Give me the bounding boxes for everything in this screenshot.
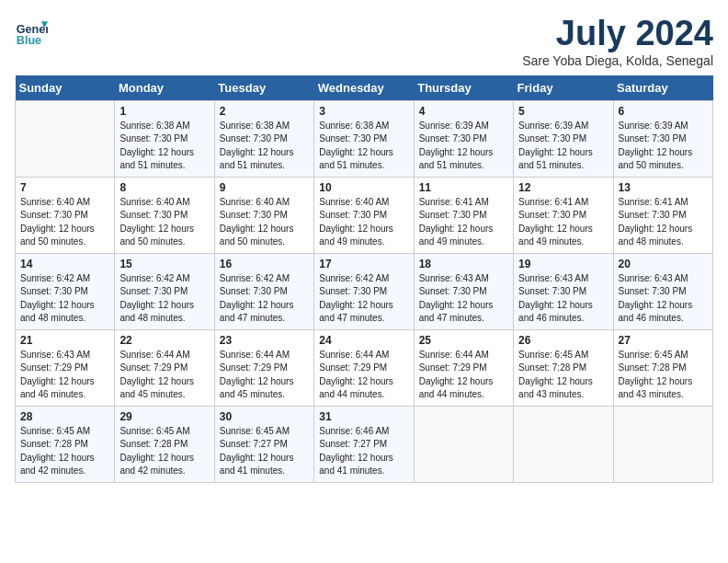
svg-text:Blue: Blue bbox=[17, 34, 41, 47]
day-number: 1 bbox=[119, 105, 209, 118]
day-number: 16 bbox=[220, 258, 309, 270]
day-info: Sunrise: 6:45 AMSunset: 7:28 PMDaylight:… bbox=[20, 425, 109, 478]
calendar-week-5: 28Sunrise: 6:45 AMSunset: 7:28 PMDayligh… bbox=[16, 406, 713, 482]
column-header-saturday: Saturday bbox=[613, 75, 712, 101]
day-number: 23 bbox=[220, 334, 309, 347]
day-info: Sunrise: 6:38 AMSunset: 7:30 PMDaylight:… bbox=[119, 120, 209, 173]
day-info: Sunrise: 6:45 AMSunset: 7:28 PMDaylight:… bbox=[518, 349, 608, 402]
calendar-table: SundayMondayTuesdayWednesdayThursdayFrid… bbox=[15, 75, 713, 483]
day-number: 9 bbox=[220, 181, 309, 194]
day-info: Sunrise: 6:43 AMSunset: 7:30 PMDaylight:… bbox=[619, 272, 708, 326]
day-info: Sunrise: 6:42 AMSunset: 7:30 PMDaylight:… bbox=[119, 272, 209, 326]
calendar-cell: 3Sunrise: 6:38 AMSunset: 7:30 PMDaylight… bbox=[314, 100, 414, 177]
day-number: 18 bbox=[419, 258, 508, 270]
day-info: Sunrise: 6:40 AMSunset: 7:30 PMDaylight:… bbox=[220, 196, 309, 249]
day-info: Sunrise: 6:45 AMSunset: 7:28 PMDaylight:… bbox=[119, 425, 209, 478]
column-header-sunday: Sunday bbox=[16, 75, 115, 101]
calendar-cell: 8Sunrise: 6:40 AMSunset: 7:30 PMDaylight… bbox=[115, 177, 214, 253]
calendar-cell bbox=[613, 406, 712, 482]
day-info: Sunrise: 6:39 AMSunset: 7:30 PMDaylight:… bbox=[619, 120, 708, 173]
calendar-cell: 15Sunrise: 6:42 AMSunset: 7:30 PMDayligh… bbox=[115, 253, 214, 329]
calendar-week-4: 21Sunrise: 6:43 AMSunset: 7:29 PMDayligh… bbox=[16, 329, 713, 406]
day-number: 7 bbox=[20, 181, 109, 194]
day-number: 26 bbox=[518, 334, 608, 347]
day-info: Sunrise: 6:40 AMSunset: 7:30 PMDaylight:… bbox=[319, 196, 408, 249]
day-number: 25 bbox=[419, 334, 508, 347]
day-number: 29 bbox=[119, 410, 209, 423]
day-info: Sunrise: 6:44 AMSunset: 7:29 PMDaylight:… bbox=[220, 349, 309, 402]
calendar-cell: 23Sunrise: 6:44 AMSunset: 7:29 PMDayligh… bbox=[214, 329, 313, 406]
day-info: Sunrise: 6:41 AMSunset: 7:30 PMDaylight:… bbox=[518, 196, 608, 249]
day-number: 6 bbox=[619, 105, 708, 118]
calendar-week-3: 14Sunrise: 6:42 AMSunset: 7:30 PMDayligh… bbox=[16, 253, 713, 329]
day-info: Sunrise: 6:40 AMSunset: 7:30 PMDaylight:… bbox=[20, 196, 109, 249]
day-number: 11 bbox=[419, 181, 508, 194]
day-number: 13 bbox=[619, 181, 708, 194]
calendar-cell: 5Sunrise: 6:39 AMSunset: 7:30 PMDaylight… bbox=[514, 100, 613, 177]
day-number: 28 bbox=[20, 410, 109, 423]
calendar-cell: 24Sunrise: 6:44 AMSunset: 7:29 PMDayligh… bbox=[314, 329, 414, 406]
day-number: 14 bbox=[20, 258, 109, 270]
day-number: 15 bbox=[119, 258, 209, 270]
calendar-cell: 29Sunrise: 6:45 AMSunset: 7:28 PMDayligh… bbox=[115, 406, 214, 482]
calendar-cell: 26Sunrise: 6:45 AMSunset: 7:28 PMDayligh… bbox=[514, 329, 613, 406]
calendar-cell: 4Sunrise: 6:39 AMSunset: 7:30 PMDaylight… bbox=[414, 100, 513, 177]
calendar-cell bbox=[16, 100, 115, 177]
day-info: Sunrise: 6:42 AMSunset: 7:30 PMDaylight:… bbox=[319, 272, 408, 326]
calendar-cell: 13Sunrise: 6:41 AMSunset: 7:30 PMDayligh… bbox=[613, 177, 712, 253]
calendar-cell bbox=[414, 406, 513, 482]
day-info: Sunrise: 6:43 AMSunset: 7:30 PMDaylight:… bbox=[419, 272, 508, 326]
column-header-friday: Friday bbox=[514, 75, 613, 101]
day-number: 8 bbox=[119, 181, 209, 194]
day-info: Sunrise: 6:40 AMSunset: 7:30 PMDaylight:… bbox=[119, 196, 209, 249]
day-info: Sunrise: 6:39 AMSunset: 7:30 PMDaylight:… bbox=[518, 120, 608, 173]
day-number: 2 bbox=[220, 105, 309, 118]
day-info: Sunrise: 6:45 AMSunset: 7:28 PMDaylight:… bbox=[619, 349, 708, 402]
calendar-cell: 21Sunrise: 6:43 AMSunset: 7:29 PMDayligh… bbox=[16, 329, 115, 406]
day-info: Sunrise: 6:38 AMSunset: 7:30 PMDaylight:… bbox=[319, 120, 408, 173]
day-number: 20 bbox=[619, 258, 708, 270]
calendar-cell: 31Sunrise: 6:46 AMSunset: 7:27 PMDayligh… bbox=[314, 406, 414, 482]
day-info: Sunrise: 6:44 AMSunset: 7:29 PMDaylight:… bbox=[419, 349, 508, 402]
calendar-cell: 27Sunrise: 6:45 AMSunset: 7:28 PMDayligh… bbox=[613, 329, 712, 406]
day-number: 22 bbox=[119, 334, 209, 347]
calendar-cell: 6Sunrise: 6:39 AMSunset: 7:30 PMDaylight… bbox=[613, 100, 712, 177]
day-info: Sunrise: 6:42 AMSunset: 7:30 PMDaylight:… bbox=[20, 272, 109, 326]
day-number: 10 bbox=[319, 181, 408, 194]
location: Sare Yoba Diega, Kolda, Senegal bbox=[522, 53, 713, 68]
calendar-header: SundayMondayTuesdayWednesdayThursdayFrid… bbox=[16, 75, 713, 101]
column-header-thursday: Thursday bbox=[414, 75, 513, 101]
calendar-cell: 17Sunrise: 6:42 AMSunset: 7:30 PMDayligh… bbox=[314, 253, 414, 329]
calendar-cell: 18Sunrise: 6:43 AMSunset: 7:30 PMDayligh… bbox=[414, 253, 513, 329]
day-info: Sunrise: 6:41 AMSunset: 7:30 PMDaylight:… bbox=[619, 196, 708, 249]
day-info: Sunrise: 6:38 AMSunset: 7:30 PMDaylight:… bbox=[220, 120, 309, 173]
day-info: Sunrise: 6:46 AMSunset: 7:27 PMDaylight:… bbox=[319, 425, 408, 478]
day-number: 27 bbox=[619, 334, 708, 347]
logo: General Blue bbox=[15, 15, 48, 48]
calendar-body: 1Sunrise: 6:38 AMSunset: 7:30 PMDaylight… bbox=[16, 100, 713, 482]
calendar-cell: 22Sunrise: 6:44 AMSunset: 7:29 PMDayligh… bbox=[115, 329, 214, 406]
calendar-cell: 9Sunrise: 6:40 AMSunset: 7:30 PMDaylight… bbox=[214, 177, 313, 253]
day-number: 30 bbox=[220, 410, 309, 423]
page-header: General Blue July 2024 Sare Yoba Diega, … bbox=[15, 15, 713, 68]
calendar-cell: 12Sunrise: 6:41 AMSunset: 7:30 PMDayligh… bbox=[514, 177, 613, 253]
calendar-cell: 30Sunrise: 6:45 AMSunset: 7:27 PMDayligh… bbox=[214, 406, 313, 482]
calendar-cell: 1Sunrise: 6:38 AMSunset: 7:30 PMDaylight… bbox=[115, 100, 214, 177]
month-title: July 2024 bbox=[522, 15, 713, 53]
logo-icon: General Blue bbox=[15, 15, 48, 48]
calendar-cell: 19Sunrise: 6:43 AMSunset: 7:30 PMDayligh… bbox=[514, 253, 613, 329]
title-block: July 2024 Sare Yoba Diega, Kolda, Senega… bbox=[522, 15, 713, 68]
column-header-wednesday: Wednesday bbox=[314, 75, 414, 101]
column-header-monday: Monday bbox=[115, 75, 214, 101]
day-number: 24 bbox=[319, 334, 408, 347]
calendar-cell: 14Sunrise: 6:42 AMSunset: 7:30 PMDayligh… bbox=[16, 253, 115, 329]
calendar-cell: 20Sunrise: 6:43 AMSunset: 7:30 PMDayligh… bbox=[613, 253, 712, 329]
day-number: 4 bbox=[419, 105, 508, 118]
calendar-week-1: 1Sunrise: 6:38 AMSunset: 7:30 PMDaylight… bbox=[16, 100, 713, 177]
day-info: Sunrise: 6:42 AMSunset: 7:30 PMDaylight:… bbox=[220, 272, 309, 326]
calendar-cell: 10Sunrise: 6:40 AMSunset: 7:30 PMDayligh… bbox=[314, 177, 414, 253]
calendar-cell: 7Sunrise: 6:40 AMSunset: 7:30 PMDaylight… bbox=[16, 177, 115, 253]
day-info: Sunrise: 6:43 AMSunset: 7:30 PMDaylight:… bbox=[518, 272, 608, 326]
day-number: 21 bbox=[20, 334, 109, 347]
day-number: 3 bbox=[319, 105, 408, 118]
